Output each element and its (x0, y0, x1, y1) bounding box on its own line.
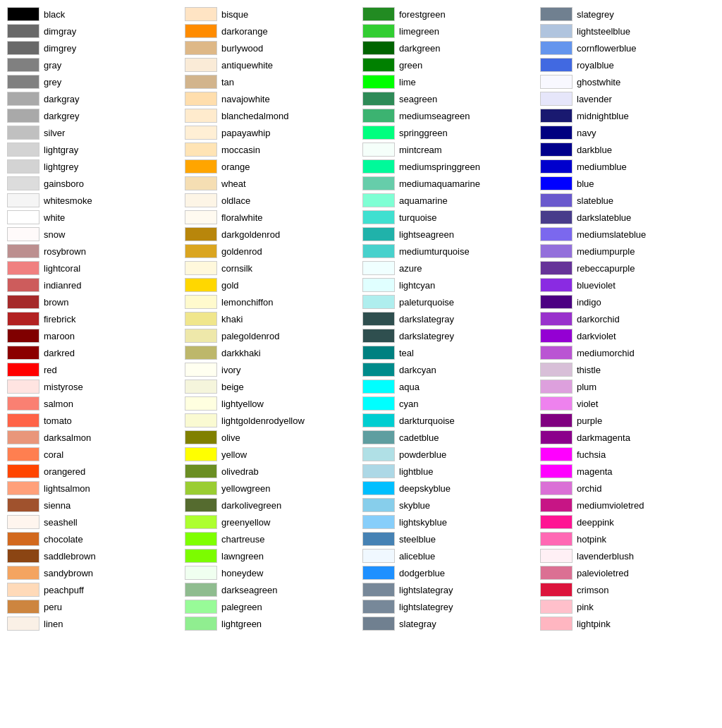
label-indianred: indianred (44, 280, 82, 291)
label-silver: silver (44, 128, 65, 138)
swatch-mediumslateblue (540, 227, 573, 241)
color-row: violet (539, 395, 716, 412)
swatch-mediumaquamarine (362, 176, 395, 190)
color-row: mediumslateblue (539, 226, 716, 243)
color-row: pink (539, 598, 716, 615)
swatch-salmon (7, 396, 39, 411)
swatch-slategrey (540, 7, 573, 21)
swatch-lime (362, 75, 395, 89)
swatch-lightsteelblue (540, 24, 573, 38)
color-row: black (6, 6, 183, 23)
label-whitesmoke: whitesmoke (44, 195, 92, 206)
label-rosybrown: rosybrown (44, 246, 86, 257)
color-row: royalblue (539, 56, 716, 73)
label-lawngreen: lawngreen (221, 551, 264, 562)
swatch-indianred (7, 278, 39, 292)
swatch-papayawhip (185, 126, 217, 140)
color-row: azure (361, 260, 539, 277)
color-row: darkmagenta (539, 429, 716, 446)
label-red: red (44, 365, 57, 375)
swatch-indigo (540, 295, 573, 309)
label-mediumvioletred: mediumvioletred (577, 500, 644, 511)
label-seagreen: seagreen (399, 94, 437, 104)
color-row: beige (183, 378, 361, 395)
color-row: gold (183, 277, 361, 293)
color-row: firebrick (6, 310, 183, 327)
color-row: slategrey (539, 6, 716, 23)
swatch-gainsboro (7, 176, 39, 190)
color-row: olivedrab (183, 463, 361, 480)
swatch-azure (362, 261, 395, 275)
swatch-hotpink (540, 532, 573, 546)
label-lightpink: lightpink (577, 619, 611, 629)
swatch-palegoldenrod (185, 329, 217, 343)
label-lightskyblue: lightskyblue (399, 517, 447, 528)
swatch-peachpuff (7, 583, 39, 597)
label-gold: gold (221, 280, 239, 291)
swatch-darkcyan (362, 363, 395, 377)
label-darkgreen: darkgreen (399, 43, 441, 54)
label-lemonchiffon: lemonchiffon (221, 297, 273, 308)
label-salmon: salmon (44, 399, 73, 409)
color-row: lavenderblush (539, 547, 716, 564)
color-row: lightskyblue (361, 514, 539, 530)
color-row: deeppink (539, 514, 716, 530)
label-navy: navy (577, 128, 596, 138)
swatch-mediumvioletred (540, 498, 573, 512)
swatch-mediumspringgreen (362, 159, 395, 174)
label-lightgray: lightgray (44, 145, 78, 155)
swatch-orange (185, 159, 217, 174)
swatch-honeydew (185, 566, 217, 580)
swatch-goldenrod (185, 244, 217, 258)
color-row: hotpink (539, 530, 716, 547)
swatch-mediumturquoise (362, 244, 395, 258)
swatch-paleturquoise (362, 295, 395, 309)
swatch-plum (540, 380, 573, 394)
color-row: chocolate (6, 530, 183, 547)
label-pink: pink (577, 602, 594, 612)
label-black: black (44, 9, 65, 20)
label-mediumorchid: mediumorchid (577, 348, 635, 358)
swatch-seagreen (362, 92, 395, 106)
color-row: darkgoldenrod (183, 226, 361, 243)
color-row: antiquewhite (183, 56, 361, 73)
label-mediumslateblue: mediumslateblue (577, 229, 646, 240)
color-row: floralwhite (183, 209, 361, 226)
color-row: bisque (183, 6, 361, 23)
swatch-floralwhite (185, 210, 217, 224)
swatch-seashell (7, 515, 39, 529)
label-lightblue: lightblue (399, 466, 433, 477)
swatch-darkkhaki (185, 346, 217, 360)
label-sandybrown: sandybrown (44, 568, 93, 578)
label-indigo: indigo (577, 297, 601, 308)
label-darkorange: darkorange (221, 26, 268, 37)
swatch-purple (540, 413, 573, 427)
swatch-orangered (7, 464, 39, 478)
color-row: slateblue (539, 192, 716, 209)
label-navajowhite: navajowhite (221, 94, 270, 104)
label-lime: lime (399, 77, 416, 87)
color-row: lightpink (539, 615, 716, 632)
color-row: saddlebrown (6, 547, 183, 564)
swatch-blue (540, 176, 573, 190)
swatch-white (7, 210, 39, 224)
column-2: forestgreenlimegreendarkgreengreenlimese… (361, 6, 539, 632)
label-fuchsia: fuchsia (577, 449, 606, 460)
swatch-yellow (185, 447, 217, 461)
color-row: lightseagreen (361, 226, 539, 243)
color-row: honeydew (183, 564, 361, 581)
color-row: lightgrey (6, 158, 183, 175)
label-darkslategrey: darkslategrey (399, 331, 454, 341)
label-gray: gray (44, 60, 61, 71)
color-row: burlywood (183, 40, 361, 56)
label-paleturquoise: paleturquoise (399, 297, 454, 308)
color-row: cornflowerblue (539, 40, 716, 56)
swatch-mediumseagreen (362, 109, 395, 123)
label-darkgray: darkgray (44, 94, 80, 104)
swatch-violet (540, 396, 573, 411)
label-deepskyblue: deepskyblue (399, 483, 451, 494)
color-row: darkseagreen (183, 581, 361, 598)
swatch-chartreuse (185, 532, 217, 546)
label-wheat: wheat (221, 178, 246, 189)
color-row: darkturquoise (361, 412, 539, 429)
